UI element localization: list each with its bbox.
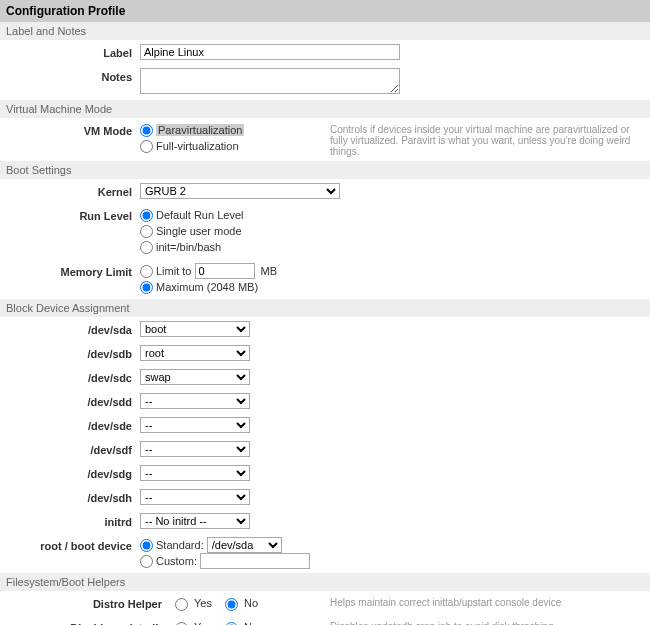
runlevel-single-radio[interactable] [140, 225, 153, 238]
block-device-select[interactable]: -- [140, 465, 250, 481]
section-block-device: Block Device Assignment [0, 299, 650, 317]
notes-field-label: Notes [0, 68, 140, 83]
block-device-select[interactable]: boot [140, 321, 250, 337]
block-device-label: /dev/sda [0, 321, 140, 336]
label-input[interactable] [140, 44, 400, 60]
fsboot-no-label: No [244, 597, 258, 609]
vm-mode-hint: Controls if devices inside your virtual … [310, 122, 650, 157]
block-device-label: /dev/sdh [0, 489, 140, 504]
fsboot-yes-label: Yes [194, 621, 212, 625]
block-device-label: /dev/sdg [0, 465, 140, 480]
root-standard-radio[interactable] [140, 539, 153, 552]
fsboot-row-label: Distro Helper [0, 595, 170, 610]
runlevel-default-label: Default Run Level [156, 209, 243, 221]
root-device-label: root / boot device [0, 537, 140, 552]
section-fsboot-helpers: Filesystem/Boot Helpers [0, 573, 650, 591]
block-device-label: /dev/sdf [0, 441, 140, 456]
root-custom-radio[interactable] [140, 555, 153, 568]
label-field-label: Label [0, 44, 140, 59]
block-device-label: /dev/sdc [0, 369, 140, 384]
fsboot-row-label: Disable updatedb [0, 619, 170, 625]
fsboot-row-hint: Helps maintain correct inittab/upstart c… [310, 595, 650, 608]
block-device-select[interactable]: root [140, 345, 250, 361]
vm-mode-fullvirt-label: Full-virtualization [156, 140, 239, 152]
memlimit-max-radio[interactable] [140, 281, 153, 294]
runlevel-label: Run Level [0, 207, 140, 222]
block-device-select[interactable]: -- [140, 393, 250, 409]
runlevel-binbash-label: init=/bin/bash [156, 241, 221, 253]
block-device-select[interactable]: -- [140, 441, 250, 457]
block-device-select[interactable]: swap [140, 369, 250, 385]
initrd-select[interactable]: -- No initrd -- [140, 513, 250, 529]
memlimit-limit-radio[interactable] [140, 265, 153, 278]
root-standard-select[interactable]: /dev/sda [207, 537, 282, 553]
runlevel-binbash-radio[interactable] [140, 241, 153, 254]
block-device-label: /dev/sdb [0, 345, 140, 360]
memlimit-limit-label: Limit to [156, 265, 191, 277]
vm-mode-label: VM Mode [0, 122, 140, 137]
runlevel-single-label: Single user mode [156, 225, 242, 237]
root-custom-input[interactable] [200, 553, 310, 569]
vm-mode-paravirt-radio[interactable] [140, 124, 153, 137]
section-label-notes: Label and Notes [0, 22, 650, 40]
initrd-label: initrd [0, 513, 140, 528]
runlevel-default-radio[interactable] [140, 209, 153, 222]
memlimit-label: Memory Limit [0, 263, 140, 278]
fsboot-yes-label: Yes [194, 597, 212, 609]
memlimit-mb-label: MB [261, 265, 278, 277]
section-vm-mode: Virtual Machine Mode [0, 100, 650, 118]
root-custom-label: Custom: [156, 555, 197, 567]
section-boot-settings: Boot Settings [0, 161, 650, 179]
block-device-label: /dev/sde [0, 417, 140, 432]
vm-mode-paravirt-label: Paravirtualization [156, 124, 244, 136]
block-device-select[interactable]: -- [140, 489, 250, 505]
fsboot-row-hint: Disables updatedb cron job to avoid disk… [310, 619, 650, 625]
notes-textarea[interactable] [140, 68, 400, 94]
kernel-select[interactable]: GRUB 2 [140, 183, 340, 199]
fsboot-yes-radio[interactable] [175, 598, 188, 611]
vm-mode-fullvirt-radio[interactable] [140, 140, 153, 153]
fsboot-no-label: No [244, 621, 258, 625]
root-standard-label: Standard: [156, 539, 204, 551]
block-device-label: /dev/sdd [0, 393, 140, 408]
memlimit-value-input[interactable] [195, 263, 255, 279]
memlimit-max-label: Maximum (2048 MB) [156, 281, 258, 293]
fsboot-no-radio[interactable] [225, 598, 238, 611]
page-title: Configuration Profile [0, 0, 650, 22]
block-device-select[interactable]: -- [140, 417, 250, 433]
kernel-label: Kernel [0, 183, 140, 198]
